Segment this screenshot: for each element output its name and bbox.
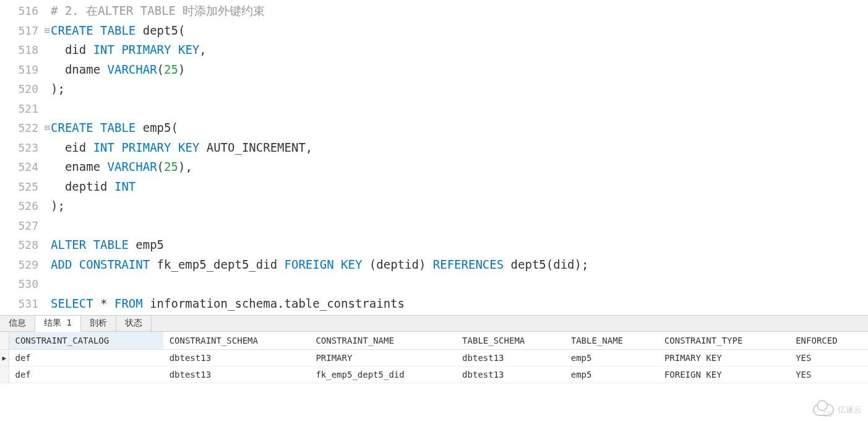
- code-line[interactable]: ADD CONSTRAINT fk_emp5_dept5_did FOREIGN…: [51, 255, 868, 275]
- line-number: 517: [0, 21, 38, 41]
- cloud-icon: [813, 404, 834, 416]
- fold-marker: [43, 294, 51, 314]
- tab-信息[interactable]: 信息: [0, 316, 35, 331]
- fold-marker: [43, 235, 51, 255]
- code-line[interactable]: [51, 216, 868, 236]
- column-header[interactable]: ENFORCED: [789, 332, 868, 350]
- fold-marker: [43, 138, 51, 158]
- code-line[interactable]: dname VARCHAR(25): [51, 60, 868, 80]
- code-line[interactable]: [51, 274, 868, 294]
- line-number: 525: [0, 177, 38, 197]
- line-number: 529: [0, 255, 38, 275]
- results-tabs: 信息结果 1剖析状态: [0, 316, 868, 332]
- line-number: 531: [0, 294, 38, 314]
- fold-marker: [43, 255, 51, 275]
- column-header[interactable]: CONSTRAINT_CATALOG: [9, 332, 163, 350]
- table-cell[interactable]: dbtest13: [456, 350, 565, 367]
- code-line[interactable]: CREATE TABLE dept5(: [51, 21, 868, 41]
- watermark: 亿速云: [813, 404, 862, 416]
- table-cell[interactable]: PRIMARY: [309, 350, 456, 367]
- table-row[interactable]: ▶defdbtest13PRIMARYdbtest13emp5PRIMARY K…: [0, 350, 868, 367]
- table-cell[interactable]: YES: [789, 367, 868, 383]
- table-cell[interactable]: fk_emp5_dept5_did: [309, 367, 456, 383]
- table-row[interactable]: defdbtest13fk_emp5_dept5_diddbtest13emp5…: [0, 367, 868, 383]
- code-line[interactable]: );: [51, 79, 868, 99]
- fold-marker: [43, 177, 51, 197]
- line-number: 527: [0, 216, 38, 236]
- tab-剖析[interactable]: 剖析: [81, 316, 116, 331]
- table-cell[interactable]: YES: [789, 350, 868, 367]
- row-marker: ▶: [0, 350, 9, 367]
- column-header[interactable]: TABLE_SCHEMA: [456, 332, 565, 350]
- fold-marker: [43, 274, 51, 294]
- fold-marker[interactable]: ⊟: [43, 21, 51, 41]
- column-header[interactable]: CONSTRAINT_TYPE: [658, 332, 789, 350]
- table-cell[interactable]: dbtest13: [456, 367, 565, 383]
- line-number: 524: [0, 157, 38, 177]
- code-line[interactable]: [51, 99, 868, 119]
- row-marker: [0, 367, 9, 383]
- line-number: 518: [0, 40, 38, 60]
- table-cell[interactable]: FOREIGN KEY: [658, 367, 789, 383]
- code-area[interactable]: # 2. 在ALTER TABLE 时添加外键约束CREATE TABLE de…: [51, 0, 868, 315]
- table-cell[interactable]: dbtest13: [163, 350, 310, 367]
- column-header[interactable]: CONSTRAINT_SCHEMA: [163, 332, 310, 350]
- tab-结果 1[interactable]: 结果 1: [35, 316, 81, 332]
- fold-marker: [43, 216, 51, 236]
- code-line[interactable]: eid INT PRIMARY KEY AUTO_INCREMENT,: [51, 138, 868, 158]
- fold-marker: [43, 1, 51, 21]
- results-table[interactable]: CONSTRAINT_CATALOGCONSTRAINT_SCHEMACONST…: [0, 332, 868, 383]
- line-number-gutter: 5165175185195205215225235245255265275285…: [0, 0, 43, 315]
- fold-marker: [43, 40, 51, 60]
- table-cell[interactable]: emp5: [565, 350, 658, 367]
- column-header[interactable]: TABLE_NAME: [565, 332, 658, 350]
- line-number: 522: [0, 118, 38, 138]
- row-marker-header: [0, 332, 9, 350]
- line-number: 528: [0, 235, 38, 255]
- fold-marker: [43, 79, 51, 99]
- results-panel: 信息结果 1剖析状态 CONSTRAINT_CATALOGCONSTRAINT_…: [0, 315, 868, 383]
- table-cell[interactable]: dbtest13: [163, 367, 310, 383]
- fold-marker: [43, 60, 51, 80]
- tab-状态[interactable]: 状态: [116, 316, 152, 331]
- fold-marker: [43, 99, 51, 119]
- line-number: 516: [0, 1, 38, 21]
- fold-marker: [43, 196, 51, 216]
- code-line[interactable]: deptid INT: [51, 177, 868, 197]
- line-number: 521: [0, 99, 38, 119]
- line-number: 530: [0, 274, 38, 294]
- code-line[interactable]: CREATE TABLE emp5(: [51, 118, 868, 138]
- code-line[interactable]: SELECT * FROM information_schema.table_c…: [51, 294, 868, 314]
- fold-column[interactable]: ⊟⊟: [43, 0, 51, 315]
- code-line[interactable]: ename VARCHAR(25),: [51, 157, 868, 177]
- code-line[interactable]: ALTER TABLE emp5: [51, 235, 868, 255]
- table-cell[interactable]: PRIMARY KEY: [658, 350, 789, 367]
- line-number: 519: [0, 60, 38, 80]
- line-number: 526: [0, 196, 38, 216]
- watermark-text: 亿速云: [838, 404, 862, 415]
- table-cell[interactable]: def: [9, 367, 163, 383]
- code-line[interactable]: );: [51, 196, 868, 216]
- line-number: 520: [0, 79, 38, 99]
- fold-marker[interactable]: ⊟: [43, 118, 51, 138]
- results-grid[interactable]: CONSTRAINT_CATALOGCONSTRAINT_SCHEMACONST…: [0, 332, 868, 383]
- column-header[interactable]: CONSTRAINT_NAME: [309, 332, 456, 350]
- code-line[interactable]: # 2. 在ALTER TABLE 时添加外键约束: [51, 1, 868, 21]
- table-cell[interactable]: emp5: [565, 367, 658, 383]
- fold-marker: [43, 157, 51, 177]
- code-line[interactable]: did INT PRIMARY KEY,: [51, 40, 868, 60]
- code-editor[interactable]: 5165175185195205215225235245255265275285…: [0, 0, 868, 315]
- line-number: 523: [0, 138, 38, 158]
- table-cell[interactable]: def: [9, 350, 163, 367]
